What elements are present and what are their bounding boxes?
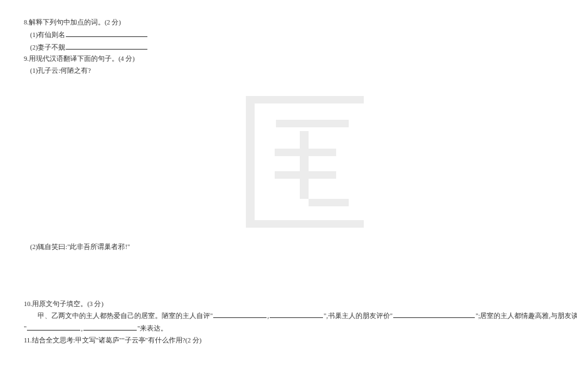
- q8-item2: (2)妻子不觌: [24, 42, 553, 53]
- q10-blank2[interactable]: [270, 310, 323, 318]
- q8-item1: (1)有仙则名: [24, 29, 553, 40]
- q10-line2: ","来表达。: [24, 323, 553, 334]
- q9-prompt: 9.用现代汉语翻译下面的句子。(4 分): [24, 54, 553, 64]
- q10-blank5[interactable]: [83, 323, 137, 331]
- q9-item1: (1)孔子云:何陋之有?: [24, 66, 553, 76]
- q10-body: 甲、乙两文中的主人都热爱自己的居室。陋室的主人自评",",书巢主人的朋友评价""…: [24, 310, 553, 321]
- q10-l2-open: ": [24, 325, 26, 332]
- q8-item2-text: (2)妻子不觌: [30, 44, 65, 51]
- q10-text1: 甲、乙两文中的主人都热爱自己的居室。陋室的主人自评": [38, 312, 213, 319]
- q9-item2: (2)辄自笑曰:"此非吾所谓巢者邪!": [24, 242, 553, 252]
- q8-item2-blank[interactable]: [66, 42, 147, 50]
- q8-prompt: 8.解释下列句中加点的词。(2 分): [24, 18, 553, 28]
- q10-text2: ",书巢主人的朋友评价": [324, 312, 393, 319]
- q10-text3: ";居室的主人都情趣高雅,与朋友谈笑风生,这个意思可以用甲文中的: [475, 312, 577, 319]
- q10-l2-comma: ,: [81, 325, 83, 332]
- q10-prompt: 10.用原文句子填空。(3 分): [24, 299, 553, 309]
- q8-item1-blank[interactable]: [66, 29, 147, 37]
- q10-l2-close: "来表达。: [137, 325, 167, 332]
- q10-blank3[interactable]: [393, 310, 475, 318]
- q8-item1-text: (1)有仙则名: [30, 31, 65, 38]
- q10-blank4[interactable]: [27, 323, 80, 331]
- q10-comma1: ,: [267, 312, 269, 319]
- q10-blank1[interactable]: [213, 310, 267, 318]
- q11-prompt: 11.结合全文思考:甲文写"诸葛庐""子云亭"有什么作用?(2 分): [24, 336, 553, 346]
